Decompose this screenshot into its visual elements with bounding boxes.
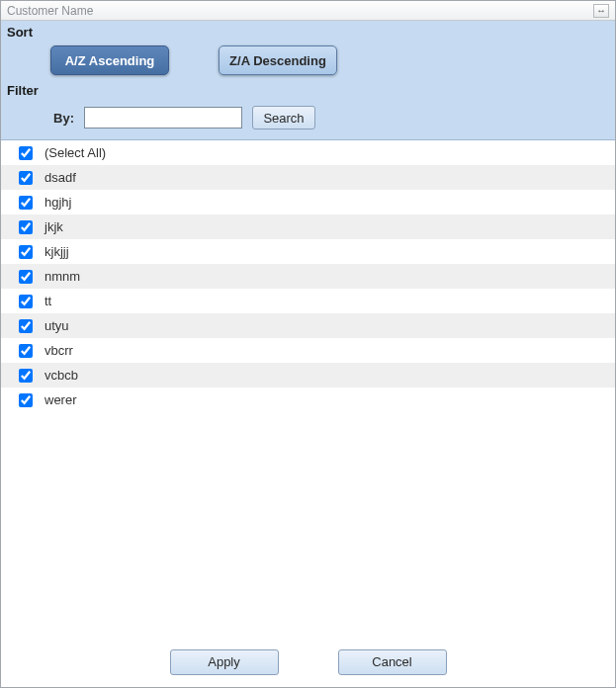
list-item-label: tt	[44, 294, 51, 308]
titlebar: Customer Name ↔	[1, 1, 615, 21]
list-item-label: dsadf	[44, 170, 76, 185]
filter-dialog: Customer Name ↔ Sort A/Z Ascending Z/A D…	[0, 0, 616, 688]
list-item[interactable]: dsadf	[1, 165, 615, 190]
list-item-checkbox[interactable]	[19, 245, 33, 259]
items-list[interactable]: (Select All)dsadfhgjhjjkjkkjkjjjnmnmttut…	[1, 140, 615, 636]
search-button[interactable]: Search	[252, 106, 315, 129]
list-item[interactable]: vbcrr	[1, 338, 615, 363]
list-item-checkbox[interactable]	[19, 270, 33, 284]
list-item-label: vcbcb	[44, 368, 78, 383]
list-item-checkbox[interactable]	[19, 196, 33, 210]
list-item-label: jkjk	[44, 219, 63, 234]
list-item[interactable]: (Select All)	[1, 140, 615, 165]
list-item-label: vbcrr	[44, 343, 73, 358]
list-item-checkbox[interactable]	[19, 220, 33, 234]
list-item-label: nmnm	[44, 269, 80, 284]
list-item-checkbox[interactable]	[19, 146, 33, 160]
list-item-checkbox[interactable]	[19, 171, 33, 185]
list-item[interactable]: utyu	[1, 313, 615, 338]
dialog-footer: Apply Cancel	[1, 636, 615, 687]
list-item-checkbox[interactable]	[19, 369, 33, 383]
sort-ascending-button[interactable]: A/Z Ascending	[50, 45, 169, 75]
sort-row: A/Z Ascending Z/A Descending	[1, 42, 615, 81]
list-item[interactable]: jkjk	[1, 215, 615, 239]
resize-icon[interactable]: ↔	[593, 4, 609, 18]
list-item[interactable]: vcbcb	[1, 363, 615, 387]
list-item-checkbox[interactable]	[19, 393, 33, 407]
list-item[interactable]: nmnm	[1, 264, 615, 289]
list-item-checkbox[interactable]	[19, 319, 33, 333]
filter-by-label: By:	[44, 111, 74, 126]
list-item[interactable]: hgjhj	[1, 190, 615, 215]
sort-filter-panel: Sort A/Z Ascending Z/A Descending Filter…	[1, 21, 615, 140]
filter-row: By: Search	[1, 100, 615, 129]
window-title: Customer Name	[7, 4, 93, 18]
list-item-label: (Select All)	[44, 145, 106, 160]
filter-label: Filter	[1, 81, 615, 100]
list-item-label: kjkjjj	[44, 244, 69, 259]
list-item-label: werer	[44, 392, 77, 407]
sort-descending-button[interactable]: Z/A Descending	[219, 45, 337, 75]
list-item-checkbox[interactable]	[19, 295, 33, 308]
list-item[interactable]: tt	[1, 289, 615, 313]
list-item-checkbox[interactable]	[19, 344, 33, 358]
list-item[interactable]: werer	[1, 387, 615, 412]
apply-button[interactable]: Apply	[170, 649, 279, 675]
list-item[interactable]: kjkjjj	[1, 239, 615, 264]
list-item-label: utyu	[44, 318, 69, 333]
list-item-label: hgjhj	[44, 195, 71, 210]
filter-input[interactable]	[84, 107, 242, 129]
cancel-button[interactable]: Cancel	[338, 649, 447, 675]
sort-label: Sort	[1, 23, 615, 42]
